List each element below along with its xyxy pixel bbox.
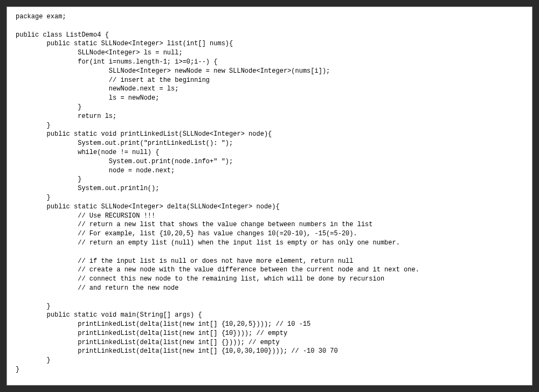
code-container: package exam; public class ListDemo4 { p… [6,6,533,386]
code-block: package exam; public class ListDemo4 { p… [16,12,523,374]
